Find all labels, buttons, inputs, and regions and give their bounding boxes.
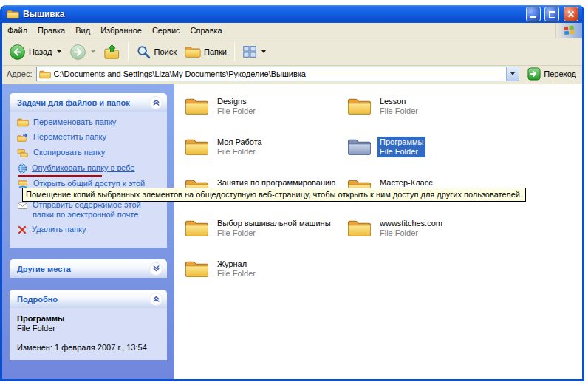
folders-icon [185, 45, 201, 58]
task-delete-folder[interactable]: Удалить папку [17, 225, 163, 235]
menu-file-label: Файл [7, 26, 27, 35]
views-dropdown-icon [261, 50, 266, 53]
details-name: Программы [17, 314, 163, 324]
folder-icon [347, 218, 372, 238]
tooltip: Помещение копий выбранных элементов на о… [22, 188, 526, 202]
go-button[interactable]: Переход [523, 67, 579, 81]
menu-bar: Файл Правка Вид Избранное Сервис Справка [2, 23, 582, 38]
collapse-button[interactable] [149, 96, 163, 109]
file-type: File Folder [217, 147, 262, 157]
search-label: Поиск [154, 47, 177, 56]
chevron-up-icon [152, 98, 160, 106]
publish-icon [17, 163, 27, 174]
file-item[interactable]: DesignsFile Folder [185, 96, 347, 137]
task-email-folder[interactable]: Отправить содержимое этой папки по элект… [17, 200, 163, 219]
up-icon [103, 44, 120, 61]
menu-edit-label: Правка [38, 26, 65, 35]
red-underline-annotation [18, 175, 102, 177]
file-item[interactable]: wwwstitches.comFile Folder [347, 218, 510, 259]
address-input[interactable]: C:\Documents and Settings\Liza\My Docume… [54, 69, 504, 78]
back-label: Назад [29, 47, 52, 56]
windows-logo-icon [563, 24, 575, 37]
task-publish-folder[interactable]: Опубликовать папку в вебе [17, 163, 163, 174]
file-item[interactable]: ЖурналFile Folder [185, 259, 347, 299]
views-button[interactable] [239, 42, 270, 61]
panel-other-places-title: Другие места [17, 265, 71, 273]
panel-details-title: Подробно [17, 295, 58, 304]
address-combo[interactable]: C:\Documents and Settings\Liza\My Docume… [36, 67, 520, 81]
email-icon [17, 200, 28, 211]
collapse-button[interactable] [149, 293, 163, 306]
file-list: DesignsFile Folder LessonFile Folder Моя… [174, 84, 582, 379]
menu-view-label: Вид [75, 26, 90, 35]
panel-file-tasks: Задачи для файлов и папок Переименовать … [10, 93, 167, 248]
panel-file-tasks-title: Задачи для файлов и папок [17, 98, 130, 107]
task-rename-folder[interactable]: Переименовать папку [17, 117, 163, 127]
panel-details-header[interactable]: Подробно [10, 290, 167, 308]
toolbar: Назад Поиск Папки [2, 38, 582, 66]
file-type: File Folder [217, 269, 256, 279]
folder-icon [185, 259, 209, 279]
close-button[interactable] [564, 7, 578, 21]
task-label: Скопировать папку [33, 148, 105, 157]
panel-other-places: Другие места [10, 259, 167, 278]
menu-tools-label: Сервис [152, 26, 180, 35]
file-item[interactable]: Выбор вышивальной машиныFile Folder [185, 218, 347, 259]
maximize-button[interactable] [544, 7, 559, 21]
file-item-selected[interactable]: ПрограммыFile Folder [347, 137, 510, 177]
menu-tools[interactable]: Сервис [147, 23, 185, 38]
task-move-folder[interactable]: Переместить папку [17, 132, 163, 143]
menu-help[interactable]: Справка [185, 23, 228, 38]
up-button[interactable] [100, 41, 124, 63]
menu-file[interactable]: Файл [2, 23, 33, 38]
copy-icon [17, 148, 29, 158]
search-button[interactable]: Поиск [132, 42, 180, 62]
panel-details-body: Программы File Folder Изменен: 1 февраля… [10, 308, 167, 360]
window-title: Вышивка [23, 9, 522, 19]
content-area: Задачи для файлов и папок Переименовать … [2, 84, 582, 379]
menu-view[interactable]: Вид [70, 23, 95, 38]
forward-icon [69, 44, 86, 61]
forward-dropdown-icon [91, 50, 95, 53]
file-item[interactable]: LessonFile Folder [347, 96, 510, 137]
file-name: Мастер-Класс [380, 178, 433, 188]
go-icon [527, 67, 541, 81]
task-copy-folder[interactable]: Скопировать папку [17, 148, 163, 158]
panel-details: Подробно Программы File Folder Изменен: … [10, 290, 167, 360]
panel-other-places-header[interactable]: Другие места [10, 259, 167, 278]
folder-icon [185, 137, 209, 157]
explorer-window: Вышивка Файл Правка Вид Избранное Сервис… [0, 5, 584, 381]
search-icon [136, 44, 151, 60]
address-label: Адрес: [7, 69, 33, 78]
close-icon [567, 10, 575, 18]
file-name: Занятия по программированию [217, 178, 335, 188]
file-type: File Folder [380, 228, 442, 238]
task-label: Удалить папку [32, 225, 86, 234]
back-button[interactable]: Назад [5, 41, 65, 63]
file-item[interactable]: Моя РаботаFile Folder [185, 137, 347, 177]
panel-file-tasks-header[interactable]: Задачи для файлов и папок [10, 93, 167, 112]
menu-favorites[interactable]: Избранное [95, 23, 147, 38]
expand-button[interactable] [149, 262, 163, 276]
file-name: Программы [380, 137, 423, 147]
back-icon [9, 44, 26, 61]
task-label: Опубликовать папку в вебе [32, 163, 134, 173]
details-modified: Изменен: 1 февраля 2007 г., 13:54 [17, 343, 163, 352]
windows-logo-area [555, 23, 582, 38]
address-dropdown-button[interactable] [506, 67, 519, 81]
folders-button[interactable]: Папки [181, 43, 230, 61]
task-label: Отправить содержимое этой папки по элект… [33, 200, 162, 219]
window-folder-icon [7, 9, 19, 19]
task-label: Переименовать папку [33, 117, 116, 127]
file-name: Lesson [380, 97, 418, 106]
folder-icon [347, 96, 372, 116]
file-name: Журнал [217, 259, 256, 269]
chevron-down-icon [152, 265, 160, 273]
file-name: wwwstitches.com [380, 219, 442, 228]
forward-button[interactable] [66, 41, 99, 63]
task-pane: Задачи для файлов и папок Переименовать … [2, 84, 174, 379]
menu-edit[interactable]: Правка [33, 23, 70, 38]
address-bar: Адрес: C:\Documents and Settings\Liza\My… [2, 66, 582, 84]
minimize-button[interactable] [526, 7, 541, 21]
menu-help-label: Справка [191, 26, 222, 35]
